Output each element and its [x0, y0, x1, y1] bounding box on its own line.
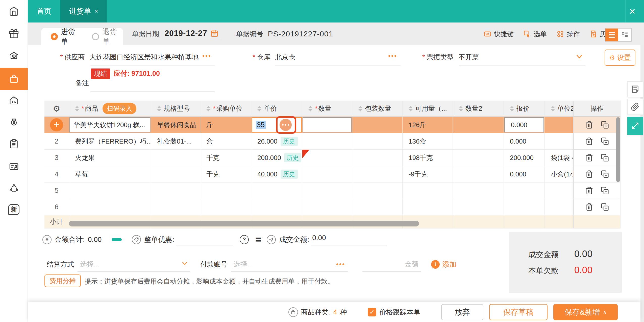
- table-row[interactable]: 6: [44, 199, 621, 215]
- fee-split-button[interactable]: 费用分摊: [44, 274, 81, 287]
- copy-row-icon[interactable]: [601, 203, 609, 211]
- bill-type-field[interactable]: * 票据类型 不开票: [422, 50, 479, 64]
- radio-return[interactable]: [92, 33, 99, 40]
- shortcut-keys-button[interactable]: 快捷键: [484, 30, 514, 38]
- operations-button[interactable]: 操作: [556, 30, 580, 38]
- table-row[interactable]: 4草莓千克40.000历史-9千克0.000小盒(1小: [44, 166, 621, 182]
- delete-row-icon[interactable]: [585, 187, 593, 195]
- deal-amount-input[interactable]: 0.00: [311, 234, 387, 245]
- warehouse-field[interactable]: * 仓库 北京仓: [253, 50, 295, 64]
- cancel-button[interactable]: 放弃: [441, 304, 483, 320]
- pay-amount-input[interactable]: 金额: [362, 257, 421, 272]
- table-row[interactable]: 3火龙果千克200.000历史198千克200.000袋(1袋 ≈: [44, 150, 621, 166]
- radio-purchase-selected[interactable]: [51, 33, 58, 40]
- close-window-icon[interactable]: ×: [625, 0, 639, 22]
- sort-icon[interactable]: [157, 106, 161, 111]
- sort-icon[interactable]: [551, 106, 555, 111]
- quote-edit-cell[interactable]: 0.000: [504, 117, 544, 132]
- supplier-more-icon[interactable]: [203, 55, 210, 57]
- delete-row-icon[interactable]: [585, 121, 593, 129]
- scan-input-button[interactable]: 扫码录入: [103, 103, 136, 114]
- sort-icon[interactable]: [75, 106, 79, 111]
- sort-icon[interactable]: [459, 106, 463, 111]
- column-header: 采购单位: [216, 104, 242, 113]
- supplier-value[interactable]: 大连花园口经济区景和水果种植基地: [89, 53, 199, 62]
- bill-type-chevron-icon[interactable]: [575, 53, 583, 62]
- sort-icon[interactable]: [308, 106, 312, 111]
- settings-button[interactable]: ⚙ 设置: [605, 50, 635, 66]
- sidebar-item-funds[interactable]: [0, 111, 28, 134]
- columns-settings-icon[interactable]: ⚙: [53, 104, 60, 113]
- sidebar-item-sales[interactable]: [0, 44, 28, 67]
- history-price-badge[interactable]: 历史: [281, 170, 298, 179]
- supplier-field[interactable]: * 供应商 大连花园口经济区景和水果种植基地: [60, 50, 199, 64]
- tab-purchase-order[interactable]: 进货单 ×: [60, 0, 107, 22]
- table-row[interactable]: +华美华夫软饼1200g 糕...早餐休闲食品斤35126斤0.000: [44, 117, 621, 133]
- table-vertical-scrollbar[interactable]: [616, 117, 620, 182]
- close-tab-icon[interactable]: ×: [94, 7, 98, 15]
- price-edit-cell[interactable]: 35: [252, 117, 302, 132]
- save-and-new-button[interactable]: 保存&新增 ∧: [553, 304, 618, 320]
- sort-icon[interactable]: [206, 106, 210, 111]
- card-view-button[interactable]: [618, 29, 631, 41]
- radio-purchase-label[interactable]: 进货单: [61, 27, 82, 46]
- sidebar-item-share[interactable]: [0, 177, 28, 199]
- discount-input[interactable]: [176, 234, 233, 245]
- price-more-button[interactable]: [280, 119, 292, 131]
- copy-row-icon[interactable]: [601, 170, 609, 178]
- delete-row-icon[interactable]: [585, 137, 593, 145]
- delete-row-icon[interactable]: [585, 154, 593, 162]
- sidebar-item-gift[interactable]: [0, 22, 28, 45]
- sidebar-item-warehouse[interactable]: [0, 89, 28, 112]
- help-icon[interactable]: ?: [240, 235, 249, 244]
- expand-button[interactable]: [627, 117, 643, 135]
- pay-account-select[interactable]: 选择...: [231, 257, 348, 272]
- copy-row-icon[interactable]: [601, 154, 609, 162]
- add-row-button[interactable]: +: [50, 118, 63, 131]
- save-draft-button[interactable]: 保存草稿: [489, 304, 548, 320]
- bill-type-value[interactable]: 不开票: [458, 53, 479, 62]
- summary-debt-label: 本单欠款: [528, 266, 568, 276]
- sidebar-item-contacts[interactable]: [0, 155, 28, 178]
- expand-icon: [631, 122, 639, 130]
- history-price-badge[interactable]: 历史: [281, 137, 298, 146]
- history-price-badge[interactable]: 历史: [284, 153, 301, 162]
- page-scrollbar[interactable]: [640, 22, 644, 322]
- account-more-icon[interactable]: [336, 263, 344, 265]
- sort-icon[interactable]: [510, 106, 514, 111]
- pick-order-button[interactable]: 选单: [523, 30, 547, 38]
- note-button[interactable]: [627, 81, 643, 97]
- sidebar-item-orders[interactable]: [0, 133, 28, 155]
- warehouse-more-icon[interactable]: [388, 55, 396, 57]
- copy-row-icon[interactable]: [601, 137, 609, 145]
- list-view-button[interactable]: [605, 29, 618, 41]
- delete-row-icon[interactable]: [585, 170, 593, 178]
- copy-row-icon[interactable]: [601, 121, 609, 129]
- sidebar-item-purchase[interactable]: [0, 68, 28, 90]
- qty-edit-cell[interactable]: [303, 117, 352, 132]
- date-input[interactable]: 2019-12-27: [164, 28, 220, 40]
- cell-value: 袋(1袋 ≈: [551, 153, 574, 162]
- table-row[interactable]: 5: [44, 182, 621, 199]
- remark-input[interactable]: [90, 91, 215, 92]
- sidebar-item-home[interactable]: [0, 0, 28, 22]
- tab-home[interactable]: 首页: [28, 0, 60, 22]
- copy-row-icon[interactable]: [601, 187, 609, 195]
- method-chevron-icon[interactable]: [181, 260, 188, 269]
- cell-value: 火龙果: [75, 153, 95, 162]
- table-row[interactable]: 2费列罗（FERRERO）巧...礼盒装01-...盒26.000历史136盒0…: [44, 133, 621, 150]
- delete-row-icon[interactable]: [585, 203, 593, 211]
- attachment-button[interactable]: [627, 99, 643, 115]
- radio-return-label[interactable]: 退货单: [103, 27, 123, 46]
- sort-icon[interactable]: [257, 106, 261, 111]
- warehouse-value[interactable]: 北京仓: [275, 53, 295, 62]
- product-edit-cell[interactable]: 华美华夫软饼1200g 糕...: [69, 117, 150, 132]
- settle-method-select[interactable]: 选择...: [78, 257, 190, 272]
- add-payment-button[interactable]: + 添加: [431, 260, 456, 269]
- price-track-toggle[interactable]: ✓ 价格跟踪本单: [368, 302, 420, 322]
- checkbox-checked-icon[interactable]: ✓: [368, 308, 376, 316]
- sort-icon[interactable]: [409, 106, 413, 111]
- sort-icon[interactable]: [358, 106, 362, 111]
- sidebar-item-new[interactable]: 新: [0, 198, 28, 221]
- table-horizontal-scrollbar[interactable]: [69, 221, 419, 226]
